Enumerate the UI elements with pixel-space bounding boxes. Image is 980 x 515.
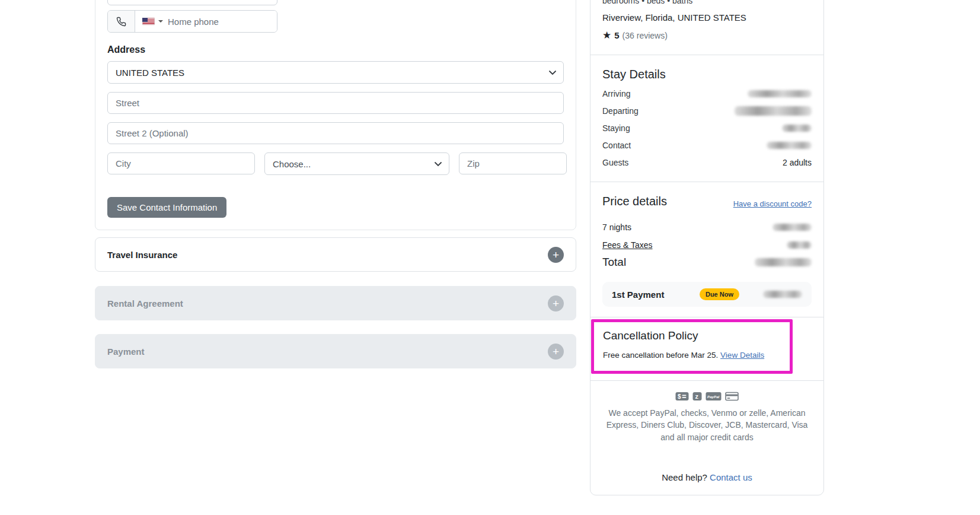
nights-row: 7 nights [602, 222, 812, 232]
checkout-page: Address UNITED STATES Choose... Save Con… [0, 0, 980, 515]
rating-line: ★ 5 (36 reviews) [602, 30, 812, 55]
row-label: Departing [602, 106, 639, 116]
stay-row-contact: Contact [602, 141, 812, 150]
first-payment-label: 1st Payment [612, 290, 700, 300]
phone-addon [108, 11, 135, 32]
zelle-icon: z [692, 392, 702, 401]
property-location: Riverview, Florida, UNITED STATES [602, 12, 812, 23]
us-flag-icon [142, 18, 155, 25]
redacted-value [767, 142, 812, 149]
travel-insurance-accordion[interactable]: Travel Insurance + [95, 237, 576, 272]
chevron-down-icon [434, 160, 442, 167]
svg-text:PayPal: PayPal [707, 395, 720, 399]
caret-down-icon [158, 20, 163, 23]
stay-row-staying: Staying [602, 123, 812, 133]
stay-details-section: Stay Details Arriving Departing Staying … [590, 55, 823, 182]
rating-score: 5 [614, 30, 619, 40]
city-state-zip-row: Choose... [107, 152, 564, 175]
redacted-price [763, 291, 802, 298]
svg-text:z: z [695, 393, 698, 400]
stay-details-title: Stay Details [602, 68, 812, 81]
property-summary-section: bedrooms • beds • baths Riverview, Flori… [590, 0, 823, 55]
accepted-payments-text: We accept PayPal, checks, Venmo or zelle… [602, 407, 812, 443]
chevron-down-icon [548, 69, 557, 76]
state-select-value: Choose... [273, 159, 311, 169]
row-label: Staying [602, 123, 630, 133]
reviews-count: (36 reviews) [623, 31, 668, 40]
street-input[interactable] [107, 92, 564, 114]
row-label: Contact [602, 141, 631, 150]
contact-us-link[interactable]: Contact us [710, 472, 752, 482]
money-check-icon: $ [675, 392, 689, 401]
row-label: Guests [602, 158, 628, 167]
divider [590, 317, 823, 317]
due-now-badge: Due Now [700, 288, 739, 300]
redacted-price [772, 224, 812, 231]
cancellation-highlight-box: Cancellation Policy Free cancellation be… [591, 319, 793, 374]
discount-code-link[interactable]: Have a discount code? [733, 199, 812, 208]
home-phone-group [107, 10, 277, 33]
star-icon: ★ [602, 30, 611, 40]
redacted-value [735, 106, 812, 116]
nights-label: 7 nights [602, 222, 631, 232]
row-label: Arriving [602, 89, 630, 98]
fees-row: Fees & Taxes [602, 240, 812, 250]
cancellation-text: Free cancellation before Mar 25. [603, 351, 720, 360]
cancellation-policy-text: Free cancellation before Mar 25. View De… [603, 351, 781, 360]
credit-card-icon [725, 392, 739, 401]
accordion-label: Payment [107, 346, 145, 357]
need-help-line: Need help? Contact us [602, 472, 812, 495]
rental-agreement-accordion: Rental Agreement + [95, 286, 576, 320]
save-contact-information-button[interactable]: Save Contact Information [107, 197, 226, 218]
first-payment-row: 1st Payment Due Now [602, 282, 812, 307]
accordion-label: Travel Insurance [107, 250, 177, 260]
country-select-value: UNITED STATES [116, 68, 184, 78]
redacted-price [755, 258, 812, 266]
price-details-title: Price details [602, 195, 667, 208]
cancellation-policy-section: Cancellation Policy Free cancellation be… [590, 319, 823, 374]
view-details-link[interactable]: View Details [720, 351, 764, 360]
plus-icon: + [548, 295, 564, 311]
home-phone-input[interactable] [168, 11, 277, 32]
redacted-value [782, 125, 812, 132]
redacted-price [787, 241, 812, 249]
price-details-section: Price details Have a discount code? 7 ni… [590, 182, 823, 317]
plus-icon[interactable]: + [548, 247, 564, 263]
phone-icon [116, 17, 126, 27]
payment-icons-row: $ z PayPal [602, 392, 812, 401]
fees-taxes-link[interactable]: Fees & Taxes [602, 240, 653, 250]
plus-icon: + [548, 344, 564, 360]
payment-accordion: Payment + [95, 334, 576, 368]
city-input[interactable] [107, 152, 255, 174]
svg-text:$: $ [678, 393, 681, 400]
stay-row-arriving: Arriving [602, 89, 812, 98]
state-select[interactable]: Choose... [264, 152, 449, 175]
guests-value: 2 adults [783, 158, 812, 167]
street2-input[interactable] [107, 122, 564, 144]
cancellation-policy-title: Cancellation Policy [603, 329, 781, 342]
paypal-icon: PayPal [706, 392, 722, 401]
need-help-text: Need help? [662, 472, 707, 482]
country-code-selector[interactable] [135, 11, 168, 32]
property-meta: bedrooms • beds • baths [602, 0, 812, 5]
booking-summary-card: bedrooms • beds • baths Riverview, Flori… [590, 0, 824, 495]
clipped-input[interactable] [107, 0, 277, 5]
total-label: Total [602, 256, 626, 269]
stay-row-departing: Departing [602, 106, 812, 116]
address-heading: Address [107, 44, 564, 55]
contact-info-card: Address UNITED STATES Choose... Save Con… [95, 0, 576, 230]
stay-row-guests: Guests 2 adults [602, 158, 812, 167]
payment-methods-section: $ z PayPal We accept PayPal, checks, Ven… [590, 381, 823, 495]
zip-input[interactable] [459, 152, 567, 174]
redacted-value [748, 90, 812, 97]
accordion-label: Rental Agreement [107, 298, 183, 309]
country-select[interactable]: UNITED STATES [107, 61, 564, 84]
total-row: Total [602, 256, 812, 269]
